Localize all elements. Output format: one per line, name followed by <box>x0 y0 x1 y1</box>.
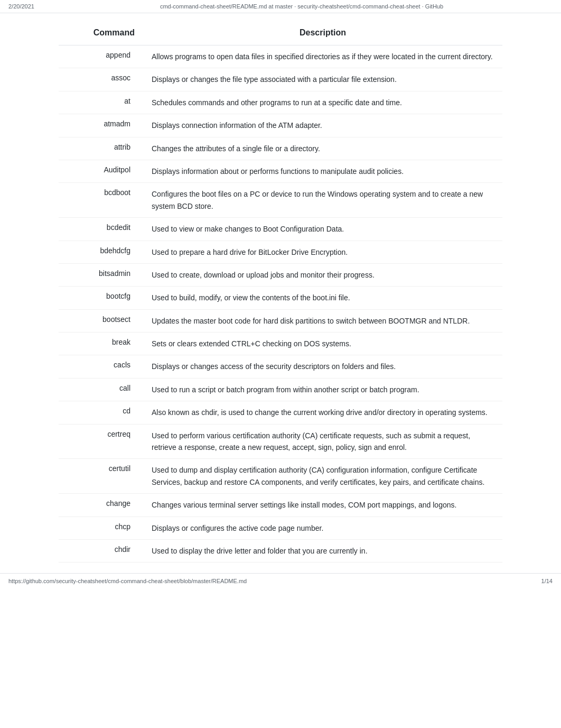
description-cell: Used to view or make changes to Boot Con… <box>143 218 502 241</box>
description-cell: Also known as chdir, is used to change t… <box>143 401 502 424</box>
page-number: 1/14 <box>541 578 553 584</box>
command-cell: chcp <box>59 517 143 539</box>
command-cell: break <box>59 333 143 355</box>
table-row: chcpDisplays or configures the active co… <box>59 517 502 539</box>
main-content: Command Description appendAllows program… <box>43 13 518 573</box>
command-cell: bcdedit <box>59 218 143 241</box>
table-row: certutilUsed to dump and display certifi… <box>59 459 502 494</box>
command-table: Command Description appendAllows program… <box>59 24 502 563</box>
command-cell: bootcfg <box>59 287 143 309</box>
command-cell: bdehdcfg <box>59 241 143 263</box>
table-row: caclsDisplays or changes access of the s… <box>59 355 502 378</box>
command-cell: call <box>59 378 143 401</box>
command-cell: bootsect <box>59 309 143 332</box>
command-cell: cacls <box>59 355 143 378</box>
table-row: attribChanges the attributes of a single… <box>59 137 502 160</box>
description-column-header: Description <box>143 24 502 45</box>
description-cell: Displays connection information of the A… <box>143 114 502 137</box>
description-cell: Used to build, modify, or view the conte… <box>143 287 502 309</box>
bottom-bar: https://github.com/security-cheatsheet/c… <box>0 573 561 588</box>
command-cell: attrib <box>59 137 143 160</box>
command-column-header: Command <box>59 24 143 45</box>
description-cell: Sets or clears extended CTRL+C checking … <box>143 333 502 355</box>
description-cell: Used to prepare a hard drive for BitLock… <box>143 241 502 263</box>
table-row: breakSets or clears extended CTRL+C chec… <box>59 333 502 355</box>
command-cell: certreq <box>59 424 143 459</box>
table-row: bootcfgUsed to build, modify, or view th… <box>59 287 502 309</box>
command-cell: bcdboot <box>59 183 143 218</box>
description-cell: Used to run a script or batch program fr… <box>143 378 502 401</box>
table-row: changeChanges various terminal server se… <box>59 494 502 517</box>
description-cell: Displays or changes access of the securi… <box>143 355 502 378</box>
command-cell: Auditpol <box>59 160 143 182</box>
table-row: AuditpolDisplays information about or pe… <box>59 160 502 182</box>
top-bar: 2/20/2021 cmd-command-cheat-sheet/README… <box>0 0 561 13</box>
table-row: atmadmDisplays connection information of… <box>59 114 502 137</box>
page-url: https://github.com/security-cheatsheet/c… <box>8 578 247 584</box>
table-row: assocDisplays or changes the file type a… <box>59 68 502 91</box>
description-cell: Changes various terminal server settings… <box>143 494 502 517</box>
table-row: cdAlso known as chdir, is used to change… <box>59 401 502 424</box>
table-row: atSchedules commands and other programs … <box>59 91 502 114</box>
command-cell: append <box>59 45 143 68</box>
command-cell: atmadm <box>59 114 143 137</box>
description-cell: Displays or configures the active code p… <box>143 517 502 539</box>
table-row: appendAllows programs to open data files… <box>59 45 502 68</box>
description-cell: Configures the boot files on a PC or dev… <box>143 183 502 218</box>
command-cell: bitsadmin <box>59 263 143 286</box>
command-cell: cd <box>59 401 143 424</box>
table-row: bootsectUpdates the master boot code for… <box>59 309 502 332</box>
table-row: bcdeditUsed to view or make changes to B… <box>59 218 502 241</box>
table-header-row: Command Description <box>59 24 502 45</box>
description-cell: Used to dump and display certification a… <box>143 459 502 494</box>
table-row: certreqUsed to perform various certifica… <box>59 424 502 459</box>
description-cell: Changes the attributes of a single file … <box>143 137 502 160</box>
table-row: chdirUsed to display the drive letter an… <box>59 539 502 562</box>
date-label: 2/20/2021 <box>8 3 51 10</box>
breadcrumb: cmd-command-cheat-sheet/README.md at mas… <box>51 3 553 10</box>
description-cell: Allows programs to open data files in sp… <box>143 45 502 68</box>
command-cell: chdir <box>59 539 143 562</box>
description-cell: Displays or changes the file type associ… <box>143 68 502 91</box>
table-row: callUsed to run a script or batch progra… <box>59 378 502 401</box>
command-cell: certutil <box>59 459 143 494</box>
description-cell: Displays information about or performs f… <box>143 160 502 182</box>
description-cell: Used to perform various certification au… <box>143 424 502 459</box>
description-cell: Updates the master boot code for hard di… <box>143 309 502 332</box>
command-cell: assoc <box>59 68 143 91</box>
command-cell: change <box>59 494 143 517</box>
table-row: bcdbootConfigures the boot files on a PC… <box>59 183 502 218</box>
table-row: bitsadminUsed to create, download or upl… <box>59 263 502 286</box>
description-cell: Schedules commands and other programs to… <box>143 91 502 114</box>
description-cell: Used to display the drive letter and fol… <box>143 539 502 562</box>
description-cell: Used to create, download or upload jobs … <box>143 263 502 286</box>
command-cell: at <box>59 91 143 114</box>
table-row: bdehdcfgUsed to prepare a hard drive for… <box>59 241 502 263</box>
